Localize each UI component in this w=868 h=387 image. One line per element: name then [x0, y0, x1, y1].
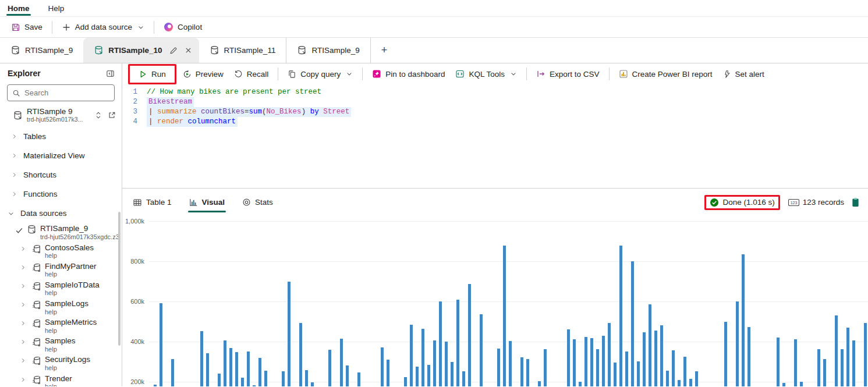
chart-bar[interactable] [631, 261, 634, 386]
chart-bar[interactable] [782, 383, 785, 386]
chart-bar[interactable] [538, 381, 541, 386]
chart-bar[interactable] [608, 323, 611, 386]
search-input[interactable] [24, 88, 100, 97]
chart-bar[interactable] [253, 385, 256, 386]
tab-rtisample-10[interactable]: RTISample_10 [83, 38, 199, 63]
chart-bar[interactable] [328, 350, 331, 386]
chart-bar[interactable] [311, 382, 314, 386]
data-source-securitylogs[interactable]: SecurityLogshelp [0, 354, 122, 372]
menu-item-help[interactable]: Help [48, 4, 65, 13]
clipboard-icon[interactable] [851, 197, 860, 207]
set-alert-button[interactable]: Set alert [718, 67, 770, 81]
chart-bar[interactable] [346, 365, 349, 386]
chart-bar[interactable] [381, 347, 384, 386]
chart-bar[interactable] [497, 349, 500, 386]
close-tab-icon[interactable] [185, 47, 192, 54]
chart-bar[interactable] [649, 304, 651, 386]
chart-bar[interactable] [625, 352, 628, 386]
chart-bar[interactable] [288, 282, 290, 386]
chart-bar[interactable] [526, 359, 529, 386]
chart-bar[interactable] [584, 337, 587, 386]
chart-bar[interactable] [567, 329, 570, 386]
chevron-right-icon[interactable] [20, 377, 28, 383]
pin-to-dashboard-button[interactable]: Pin to dashboard [367, 66, 450, 81]
collapse-panel-icon[interactable] [106, 69, 115, 78]
chart-bar[interactable] [846, 328, 849, 386]
tab-rtisample-9[interactable]: RTISample_9 [0, 38, 83, 63]
chevron-right-icon[interactable] [20, 301, 28, 308]
chart-bar[interactable] [689, 379, 692, 386]
rename-tab-icon[interactable] [169, 47, 178, 55]
search-box[interactable] [7, 84, 115, 101]
chart-bar[interactable] [357, 372, 360, 386]
recall-button[interactable]: Recall [229, 67, 274, 81]
results-tab-visual[interactable]: Visual [189, 189, 225, 216]
save-button[interactable]: Save [6, 20, 48, 35]
chart-bar[interactable] [841, 349, 844, 386]
chart-bar[interactable] [660, 325, 663, 386]
tree-item-functions[interactable]: Functions [0, 184, 122, 204]
chart-bar[interactable] [643, 332, 646, 386]
chart-bar[interactable] [427, 365, 430, 386]
chart-bar[interactable] [666, 371, 669, 386]
preview-button[interactable]: Preview [178, 67, 229, 81]
tab-rtisample-9[interactable]: RTISample_9 [286, 38, 370, 63]
chart-bar[interactable] [480, 314, 483, 386]
chart-bar[interactable] [747, 327, 750, 386]
chart-bar[interactable] [282, 371, 285, 386]
chevron-right-icon[interactable] [20, 339, 28, 345]
add-data-source-button[interactable]: Add data source [56, 20, 150, 35]
chart-bar[interactable] [154, 385, 157, 386]
chart-bar[interactable] [596, 349, 599, 386]
chart-bar[interactable] [439, 301, 442, 386]
chart-bar[interactable] [206, 353, 209, 386]
chart-bar[interactable] [410, 325, 413, 386]
chart-bar[interactable] [637, 361, 640, 386]
tree-item-tables[interactable]: Tables [0, 127, 122, 146]
chart-bar[interactable] [544, 349, 547, 386]
chart-bar[interactable] [736, 301, 739, 386]
chart-bar[interactable] [200, 331, 203, 386]
data-source-rtisample-9[interactable]: RTISample_9trd-hjut526m017k35xgdc.z3 [0, 223, 122, 242]
chart-bar[interactable] [823, 359, 826, 386]
chart-bar[interactable] [852, 340, 855, 386]
chart-bar[interactable] [672, 350, 675, 386]
chevron-right-icon[interactable] [20, 264, 28, 271]
chart-bar[interactable] [421, 329, 424, 386]
chart-bar[interactable] [235, 352, 238, 386]
chart-bar[interactable] [218, 374, 221, 386]
chart-bar[interactable] [160, 303, 162, 386]
data-source-sampleiotdata[interactable]: SampleIoTDatahelp [0, 279, 122, 298]
data-source-samplemetrics[interactable]: SampleMetricshelp [0, 317, 122, 335]
chart-bar[interactable] [224, 340, 226, 386]
data-source-trender[interactable]: Trenderhelp [0, 373, 122, 386]
chart-bar[interactable] [520, 357, 523, 386]
results-tab-table-1[interactable]: Table 1 [133, 189, 172, 216]
chart-bar[interactable] [654, 331, 657, 386]
sidebar-scrollbar[interactable] [118, 212, 121, 346]
chart-bar[interactable] [683, 357, 686, 386]
chart-bar[interactable] [794, 339, 797, 387]
chart-bar[interactable] [416, 367, 419, 386]
kql-tools-button[interactable]: KQL Tools [450, 66, 522, 81]
chart-bar[interactable] [503, 246, 506, 386]
query-editor[interactable]: 1// How many bikes are present per stree… [122, 84, 868, 188]
chevron-right-icon[interactable] [20, 283, 28, 289]
chart-bar[interactable] [579, 382, 582, 386]
data-source-samples[interactable]: Sampleshelp [0, 335, 122, 354]
chart-bar[interactable] [817, 349, 820, 386]
chart-bar[interactable] [602, 336, 605, 386]
chart-bar[interactable] [724, 322, 727, 387]
tree-item-shortcuts[interactable]: Shortcuts [0, 165, 122, 184]
chart-bar[interactable] [241, 378, 244, 386]
chart-bar[interactable] [171, 359, 174, 386]
add-tab-button[interactable]: + [371, 38, 398, 63]
copy-query-button[interactable]: Copy query [282, 67, 358, 81]
chart-bar[interactable] [340, 339, 343, 386]
data-sources-header[interactable]: Data sources [0, 204, 122, 223]
chart-bar[interactable] [777, 338, 780, 386]
chart-bar[interactable] [404, 377, 407, 386]
data-source-samplelogs[interactable]: SampleLogshelp [0, 298, 122, 317]
chart-bar[interactable] [433, 340, 436, 386]
chart-bar[interactable] [614, 363, 617, 386]
